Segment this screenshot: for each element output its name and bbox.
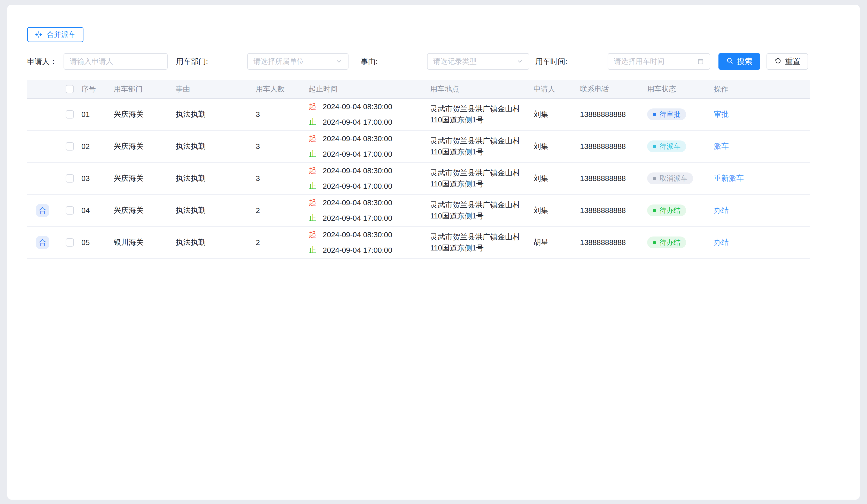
checkbox-cell xyxy=(58,238,82,246)
content-card: 合并派车 申请人： 请输入申请人 用车部门: 请选择所属单位 事由: 请选记录类… xyxy=(7,5,860,500)
department-placeholder: 请选择所属单位 xyxy=(254,56,335,66)
applicant-label: 申请人： xyxy=(27,53,57,70)
end-time: 2024-09-04 17:00:00 xyxy=(323,150,392,158)
row-checkbox[interactable] xyxy=(66,206,74,215)
table-header: 序号 用车部门 事由 用车人数 起止时间 用车地点 申请人 联系电话 用车状态 … xyxy=(27,80,810,99)
phone-cell: 13888888888 xyxy=(580,142,647,151)
location-line1: 灵武市贺兰县洪广镇金山村 xyxy=(430,103,532,114)
time-datepicker[interactable]: 请选择用车时间 xyxy=(608,53,710,70)
time-cell: 起2024-09-04 08:30:00 止2024-09-04 17:00:0… xyxy=(309,230,430,255)
location-line2: 110国道东侧1号 xyxy=(430,242,532,254)
table-row: 合 05 银川海关 执法执勤 2 起2024-09-04 08:30:00 止2… xyxy=(27,227,810,259)
location-cell: 灵武市贺兰县洪广镇金山村 110国道东侧1号 xyxy=(430,135,534,157)
merge-cell: 合 xyxy=(27,236,58,249)
location-line1: 灵武市贺兰县洪广镇金山村 xyxy=(430,135,532,146)
checkbox-cell xyxy=(58,142,82,151)
action-cell: 派车 xyxy=(714,141,810,152)
phone-cell: 13888888888 xyxy=(580,238,647,247)
header-people: 用车人数 xyxy=(256,84,309,94)
search-icon xyxy=(726,57,734,66)
merge-dispatch-button[interactable]: 合并派车 xyxy=(27,27,84,42)
time-cell: 起2024-09-04 08:30:00 止2024-09-04 17:00:0… xyxy=(309,165,430,191)
start-time: 2024-09-04 08:30:00 xyxy=(323,166,392,175)
department-cell: 兴庆海关 xyxy=(114,173,176,184)
applicant-cell: 刘集 xyxy=(534,205,580,216)
reason-cell: 执法执勤 xyxy=(176,237,256,248)
department-cell: 兴庆海关 xyxy=(114,205,176,216)
checkbox-cell xyxy=(58,174,82,183)
merge-icon xyxy=(35,31,43,39)
location-line2: 110国道东侧1号 xyxy=(430,210,532,221)
people-cell: 2 xyxy=(256,238,309,247)
start-tag: 起 xyxy=(309,165,317,176)
header-time: 起止时间 xyxy=(309,84,430,94)
serial-cell: 05 xyxy=(82,238,114,247)
row-action-link[interactable]: 办结 xyxy=(714,206,729,214)
row-action-link[interactable]: 办结 xyxy=(714,238,729,246)
phone-cell: 13888888888 xyxy=(580,174,647,183)
status-cell: 待审批 xyxy=(647,108,714,120)
search-button[interactable]: 搜索 xyxy=(718,53,760,70)
merge-cell: 合 xyxy=(27,204,58,217)
status-label: 待办结 xyxy=(660,238,681,247)
table-row: 02 兴庆海关 执法执勤 3 起2024-09-04 08:30:00 止202… xyxy=(27,131,810,163)
status-dot-icon xyxy=(653,209,656,212)
start-tag: 起 xyxy=(309,133,317,144)
dispatch-table: 序号 用车部门 事由 用车人数 起止时间 用车地点 申请人 联系电话 用车状态 … xyxy=(27,80,810,259)
status-cell: 待办结 xyxy=(647,237,714,248)
location-line2: 110国道东侧1号 xyxy=(430,146,532,157)
reason-cell: 执法执勤 xyxy=(176,109,256,120)
phone-cell: 13888888888 xyxy=(580,206,647,215)
reset-button[interactable]: 重置 xyxy=(767,53,808,70)
chevron-down-icon xyxy=(516,58,523,65)
row-checkbox[interactable] xyxy=(66,174,74,183)
checkbox-cell xyxy=(58,110,82,119)
reason-cell: 执法执勤 xyxy=(176,173,256,184)
table-row: 合 04 兴庆海关 执法执勤 2 起2024-09-04 08:30:00 止2… xyxy=(27,195,810,227)
search-button-label: 搜索 xyxy=(737,56,752,67)
status-badge: 待办结 xyxy=(647,237,686,248)
serial-cell: 04 xyxy=(82,206,114,215)
merged-badge: 合 xyxy=(36,236,49,249)
people-cell: 3 xyxy=(256,142,309,151)
status-label: 取消派车 xyxy=(660,174,687,183)
row-checkbox[interactable] xyxy=(66,142,74,151)
status-badge: 待派车 xyxy=(647,141,686,152)
applicant-input[interactable]: 请输入申请人 xyxy=(64,53,168,70)
time-cell: 起2024-09-04 08:30:00 止2024-09-04 17:00:0… xyxy=(309,133,430,159)
reason-select[interactable]: 请选记录类型 xyxy=(427,53,529,70)
row-action-link[interactable]: 重新派车 xyxy=(714,174,744,182)
start-tag: 起 xyxy=(309,101,317,112)
action-cell: 办结 xyxy=(714,237,810,248)
start-time: 2024-09-04 08:30:00 xyxy=(323,102,392,111)
table-row: 03 兴庆海关 执法执勤 3 起2024-09-04 08:30:00 止202… xyxy=(27,163,810,195)
page-background: 合并派车 申请人： 请输入申请人 用车部门: 请选择所属单位 事由: 请选记录类… xyxy=(0,0,867,504)
people-cell: 3 xyxy=(256,110,309,119)
calendar-icon xyxy=(697,58,704,65)
header-department: 用车部门 xyxy=(114,84,176,94)
row-checkbox[interactable] xyxy=(66,238,74,246)
applicant-cell: 刘集 xyxy=(534,141,580,152)
department-cell: 兴庆海关 xyxy=(114,141,176,152)
row-checkbox[interactable] xyxy=(66,110,74,119)
department-cell: 银川海关 xyxy=(114,237,176,248)
row-action-link[interactable]: 派车 xyxy=(714,142,729,150)
status-badge: 取消派车 xyxy=(647,173,693,184)
end-time: 2024-09-04 17:00:00 xyxy=(323,214,392,222)
header-status: 用车状态 xyxy=(647,84,714,94)
status-dot-icon xyxy=(653,145,656,148)
serial-cell: 02 xyxy=(82,142,114,151)
select-all-checkbox[interactable] xyxy=(66,85,74,93)
end-tag: 止 xyxy=(309,149,317,159)
status-label: 待审批 xyxy=(660,110,681,119)
end-time: 2024-09-04 17:00:00 xyxy=(323,118,392,127)
status-dot-icon xyxy=(653,241,656,244)
department-select[interactable]: 请选择所属单位 xyxy=(247,53,349,70)
row-action-link[interactable]: 审批 xyxy=(714,110,729,118)
status-label: 待办结 xyxy=(660,206,681,215)
end-time: 2024-09-04 17:00:00 xyxy=(323,246,392,255)
serial-cell: 01 xyxy=(82,110,114,119)
header-applicant: 申请人 xyxy=(534,84,580,94)
header-phone: 联系电话 xyxy=(580,84,647,94)
start-time: 2024-09-04 08:30:00 xyxy=(323,199,392,207)
